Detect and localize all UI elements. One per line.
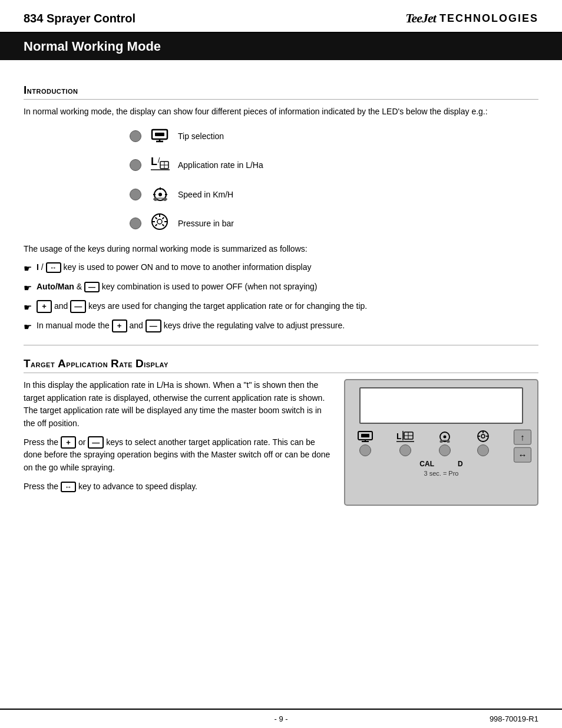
svg-point-18 bbox=[157, 219, 162, 224]
minus-key-3: — bbox=[146, 319, 161, 332]
key-item-power-on: ☛ I / ↔ key is used to power ON and to m… bbox=[24, 261, 538, 276]
speed-icon bbox=[150, 184, 170, 205]
teejet-wordmark: TeeJet bbox=[405, 11, 436, 26]
svg-rect-27 bbox=[361, 434, 369, 437]
led-indicator bbox=[130, 159, 141, 171]
svg-rect-1 bbox=[155, 133, 164, 136]
display-mode-pressure: Pressure in bar bbox=[130, 212, 538, 235]
pressure-icon-device bbox=[475, 430, 491, 443]
bullet-arrow: ☛ bbox=[24, 281, 32, 295]
key-item-text: Auto/Man & — key combination is used to … bbox=[37, 281, 538, 293]
svg-line-22 bbox=[163, 218, 164, 219]
company-logo: TeeJet TECHNOLOGIES bbox=[405, 11, 538, 26]
plus-key: + bbox=[37, 300, 52, 313]
plus-key-3: + bbox=[61, 436, 76, 449]
device-led bbox=[359, 444, 371, 456]
key-item-text: + and — keys are used for changing the t… bbox=[37, 300, 538, 313]
section-banner: Normal Working Mode bbox=[0, 33, 562, 60]
arrow-key-up: ↑ bbox=[514, 429, 531, 444]
minus-key-4: — bbox=[88, 436, 104, 449]
footer-right: 998-70019-R1 bbox=[490, 714, 538, 723]
speed-label: Speed in Km/H bbox=[178, 190, 233, 199]
arrow-right-key: ↔ bbox=[46, 262, 61, 273]
tip-icon-device bbox=[357, 430, 373, 443]
minus-key-2: — bbox=[70, 300, 86, 313]
display-mode-tip: Tip selection bbox=[130, 126, 538, 146]
apprate-label: Application rate in L/Ha bbox=[178, 160, 263, 170]
display-modes-list: Tip selection L / bbox=[130, 126, 538, 235]
target-rate-section: Target Application Rate Display In this … bbox=[24, 357, 538, 506]
footer-center: - 9 - bbox=[274, 714, 287, 723]
minus-key: — bbox=[84, 282, 100, 292]
target-rate-para2: Press the + or — keys to select another … bbox=[24, 436, 332, 475]
document-title: 834 Sprayer Control bbox=[24, 12, 135, 25]
key-item-manual-mode: ☛ In manual mode the + and — keys drive … bbox=[24, 319, 538, 334]
svg-line-23 bbox=[156, 225, 157, 226]
page-header: 834 Sprayer Control TeeJet TECHNOLOGIES bbox=[0, 0, 562, 33]
svg-point-41 bbox=[481, 434, 485, 438]
display-mode-speed: Speed in Km/H bbox=[130, 184, 538, 205]
cal-label: CAL bbox=[419, 460, 434, 468]
target-rate-para3: Press the ↔ key to advance to speed disp… bbox=[24, 480, 332, 493]
page-footer: - 9 - 998-70019-R1 bbox=[0, 709, 562, 728]
pressure-icon bbox=[150, 212, 170, 235]
bullet-arrow: ☛ bbox=[24, 320, 32, 334]
svg-line-25 bbox=[163, 225, 164, 226]
device-controls-row: L bbox=[353, 430, 529, 456]
device-screen bbox=[359, 387, 523, 424]
pressure-label: Pressure in bar bbox=[178, 219, 234, 228]
led-indicator bbox=[130, 189, 141, 200]
right-side-keys: ↑ ↔ bbox=[514, 429, 531, 462]
device-bottom-note: 3 sec. = Pro bbox=[353, 470, 529, 477]
device-led bbox=[477, 444, 489, 456]
intro-body-text: In normal working mode, the display can … bbox=[24, 106, 538, 118]
led-indicator bbox=[130, 130, 141, 142]
bullet-arrow: ☛ bbox=[24, 262, 32, 276]
introduction-section: Introduction In normal working mode, the… bbox=[24, 84, 538, 334]
tip-icon bbox=[150, 126, 170, 146]
target-rate-text: In this display the application rate in … bbox=[24, 379, 332, 506]
led-indicator bbox=[130, 218, 141, 229]
introduction-heading: Introduction bbox=[24, 84, 538, 100]
two-column-layout: In this display the application rate in … bbox=[24, 379, 538, 506]
technologies-label: TECHNOLOGIES bbox=[439, 12, 538, 25]
key-item-text: I / ↔ key is used to power ON and to mov… bbox=[37, 261, 538, 274]
svg-text:L: L bbox=[151, 156, 157, 167]
device-led bbox=[439, 444, 451, 456]
device-labels: CAL D bbox=[353, 460, 529, 468]
main-content: Introduction In normal working mode, the… bbox=[0, 60, 562, 709]
advance-key: ↔ bbox=[61, 482, 76, 492]
svg-point-11 bbox=[158, 193, 162, 196]
svg-text:L: L bbox=[396, 431, 402, 441]
speed-icon-device bbox=[437, 430, 452, 443]
svg-point-37 bbox=[444, 436, 447, 439]
arrow-key-swap: ↔ bbox=[514, 447, 531, 462]
device-led bbox=[399, 444, 411, 456]
apprate-icon: L / bbox=[150, 153, 170, 177]
usage-intro-text: The usage of the keys during normal work… bbox=[24, 243, 538, 255]
target-rate-para1: In this display the application rate in … bbox=[24, 379, 332, 430]
key-item-change-rate: ☛ + and — keys are used for changing the… bbox=[24, 300, 538, 315]
svg-line-24 bbox=[156, 218, 157, 219]
target-rate-heading: Target Application Rate Display bbox=[24, 357, 538, 373]
plus-key-2: + bbox=[112, 319, 127, 332]
apprate-icon-device: L bbox=[396, 430, 414, 443]
device-illustration: L bbox=[344, 379, 538, 506]
key-usage-list: ☛ I / ↔ key is used to power ON and to m… bbox=[24, 261, 538, 334]
key-item-text: In manual mode the + and — keys drive th… bbox=[37, 319, 538, 332]
bullet-arrow: ☛ bbox=[24, 301, 32, 315]
tip-label: Tip selection bbox=[178, 131, 224, 141]
d-label: D bbox=[458, 460, 463, 468]
key-item-power-off: ☛ Auto/Man & — key combination is used t… bbox=[24, 281, 538, 295]
display-mode-apprate: L / Application rate in L/Ha bbox=[130, 153, 538, 177]
